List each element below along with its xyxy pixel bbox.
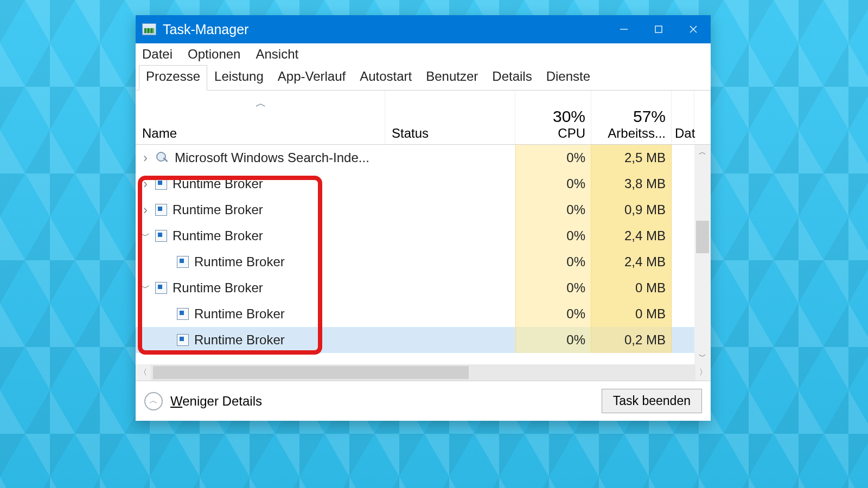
process-grid: ︿ Name Status 30% CPU 57% Arbeitss... Da… [136,91,711,364]
process-name: Runtime Broker [173,176,263,191]
memory-cell: 0,9 MB [591,197,672,223]
process-icon [155,230,167,242]
horizontal-scrollbar[interactable]: 〈 〉 [136,364,711,381]
process-name-cell[interactable]: ﹀Runtime Broker [136,223,385,249]
menu-view[interactable]: Ansicht [256,47,298,62]
hscroll-track[interactable] [151,364,695,381]
col-name[interactable]: ︿ Name [136,91,385,144]
status-cell [385,327,515,353]
end-task-button[interactable]: Task beenden [602,389,702,413]
table-row[interactable]: ›Runtime Broker0%3,8 MB [136,171,711,197]
search-indexer-icon [155,152,169,164]
sort-indicator-icon: ︿ [256,96,266,111]
table-row[interactable]: ﹀Runtime Broker0%2,4 MB [136,223,711,249]
status-cell [385,223,515,249]
data-cell [672,223,694,249]
scroll-down-icon[interactable]: ﹀ [694,349,711,364]
vscroll-thumb[interactable] [696,221,709,253]
chevron-right-icon[interactable]: › [140,176,151,191]
close-button[interactable] [676,15,711,43]
scroll-up-icon[interactable]: ︿ [694,145,711,160]
maximize-icon [654,25,663,34]
titlebar[interactable]: Task-Manager [136,15,711,43]
cpu-cell: 0% [515,223,591,249]
menu-options[interactable]: Optionen [188,47,240,62]
col-cpu[interactable]: 30% CPU [515,91,591,144]
menu-file[interactable]: Datei [142,47,173,62]
tab-services[interactable]: Dienste [539,65,597,90]
process-name-cell[interactable]: ›Microsoft Windows Search-Inde... [136,145,385,171]
col-cpu-label: CPU [558,126,585,141]
process-name-cell[interactable]: ›Runtime Broker [136,171,385,197]
table-row[interactable]: ›Runtime Broker0%0,9 MB [136,197,711,223]
status-cell [385,275,515,301]
task-manager-window: Task-Manager Datei Optionen Ansicht Proz… [136,15,711,421]
col-data[interactable]: Dat [672,91,694,144]
table-row[interactable]: Runtime Broker0%0 MB [136,301,711,327]
process-name-cell[interactable]: Runtime Broker [136,249,385,275]
col-memory[interactable]: 57% Arbeitss... [591,91,672,144]
col-status-label: Status [392,126,509,141]
col-name-label: Name [142,126,379,141]
process-name: Runtime Broker [173,202,263,217]
process-name-cell[interactable]: ›Runtime Broker [136,197,385,223]
memory-cell: 2,4 MB [591,223,672,249]
maximize-button[interactable] [641,15,676,43]
memory-cell: 0 MB [591,301,672,327]
status-cell [385,197,515,223]
status-cell [385,171,515,197]
app-icon [142,23,156,35]
cpu-cell: 0% [515,145,591,171]
table-row[interactable]: ›Microsoft Windows Search-Inde...0%2,5 M… [136,145,711,171]
scroll-left-icon[interactable]: 〈 [136,368,151,377]
tab-app-history[interactable]: App-Verlauf [271,65,353,90]
cpu-cell: 0% [515,301,591,327]
chevron-right-icon[interactable]: › [140,150,151,165]
minimize-button[interactable] [607,15,641,43]
memory-cell: 0,2 MB [591,327,672,353]
fewer-details-label: Weniger Details [170,394,262,409]
tab-users[interactable]: Benutzer [419,65,485,90]
data-cell [672,197,694,223]
process-icon [155,282,167,294]
process-name: Runtime Broker [173,280,263,296]
chevron-down-icon[interactable]: ﹀ [140,281,151,294]
process-name-cell[interactable]: ﹀Runtime Broker [136,275,385,301]
memory-cell: 2,4 MB [591,249,672,275]
col-status[interactable]: Status [385,91,515,144]
table-row[interactable]: Runtime Broker0%0,2 MB [136,327,711,353]
process-name: Runtime Broker [173,228,263,243]
cpu-cell: 0% [515,171,591,197]
data-cell [672,327,694,353]
status-cell [385,249,515,275]
chevron-down-icon[interactable]: ﹀ [140,229,151,242]
cpu-cell: 0% [515,249,591,275]
process-icon [177,256,189,268]
col-mem-pct: 57% [633,107,666,126]
tab-processes[interactable]: Prozesse [139,65,207,91]
vertical-scrollbar[interactable]: ︿ ﹀ [694,145,711,364]
column-headers: ︿ Name Status 30% CPU 57% Arbeitss... Da… [136,91,711,145]
process-name: Runtime Broker [194,306,285,322]
col-data-label: Dat [675,126,688,141]
process-name: Runtime Broker [194,254,285,269]
chevron-up-icon: ︿ [144,392,163,410]
hscroll-thumb[interactable] [153,366,469,379]
tab-bar: Prozesse Leistung App-Verlauf Autostart … [136,65,711,91]
process-name-cell[interactable]: Runtime Broker [136,301,385,327]
chevron-right-icon[interactable]: › [140,202,151,217]
col-cpu-pct: 30% [553,107,585,126]
cpu-cell: 0% [515,197,591,223]
tab-startup[interactable]: Autostart [353,65,419,90]
tab-performance[interactable]: Leistung [207,65,271,90]
table-row[interactable]: ﹀Runtime Broker0%0 MB [136,275,711,301]
fewer-details-button[interactable]: ︿ Weniger Details [144,392,262,410]
tab-details[interactable]: Details [485,65,539,90]
data-cell [672,275,694,301]
cpu-cell: 0% [515,275,591,301]
table-row[interactable]: Runtime Broker0%2,4 MB [136,249,711,275]
process-name-cell[interactable]: Runtime Broker [136,327,385,353]
svg-rect-1 [655,26,662,33]
memory-cell: 0 MB [591,275,672,301]
scroll-right-icon[interactable]: 〉 [695,368,711,377]
